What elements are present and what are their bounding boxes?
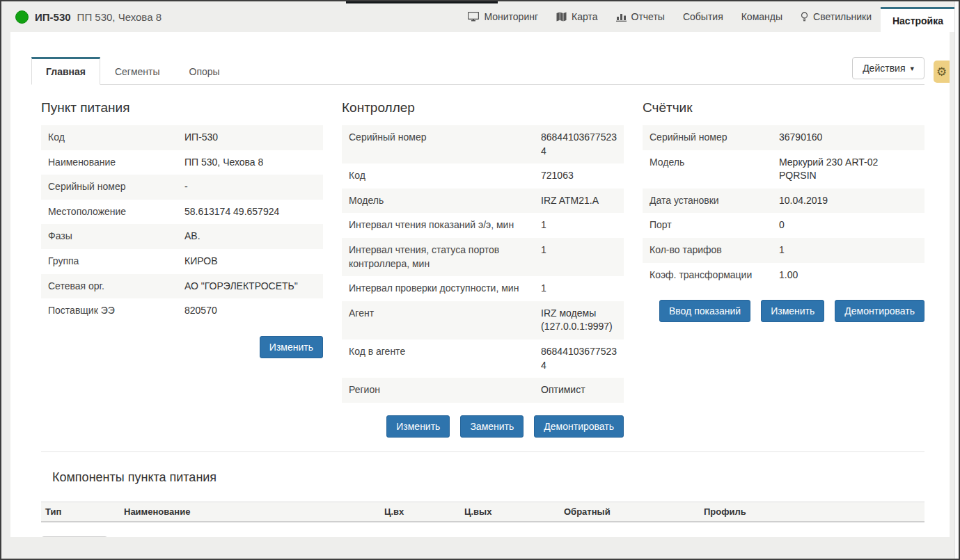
field-row: Серийный номер868441036775234 xyxy=(342,125,624,163)
field-row: НаименованиеПП 530, Чехова 8 xyxy=(41,150,323,175)
tab-main[interactable]: Главная xyxy=(31,57,100,85)
edit-meter-button[interactable]: Изменить xyxy=(761,300,824,322)
power-point-fields: КодИП-530 НаименованиеПП 530, Чехова 8 С… xyxy=(41,125,323,323)
nav-item-reports[interactable]: Отчеты xyxy=(607,1,674,32)
field-label: Модель xyxy=(349,194,541,208)
field-label: Коэф. трансформации xyxy=(650,269,779,282)
dismantle-controller-button[interactable]: Демонтировать xyxy=(534,415,624,438)
field-value: Оптимист xyxy=(541,383,617,397)
field-label: Поставщик ЭЭ xyxy=(48,304,184,318)
field-value: 721063 xyxy=(541,169,617,183)
column-header-c-in: Ц.вх xyxy=(380,502,460,522)
field-value: ПП 530, Чехова 8 xyxy=(184,156,316,170)
field-value: 868441036775234 xyxy=(541,345,617,372)
field-label: Интервал чтения, статуса портов контролл… xyxy=(349,243,541,271)
nav-item-commands[interactable]: Команды xyxy=(732,1,792,32)
section-divider xyxy=(41,451,924,452)
nav-item-label: Светильники xyxy=(813,11,872,22)
meter-section: Счётчик Серийный номер36790160 МодельМер… xyxy=(643,85,924,322)
content-panel: Главная Сегменты Опоры Действия ▾ ⚙ Пунк… xyxy=(10,32,950,537)
column-header-c-out: Ц.вых xyxy=(460,502,560,522)
column-header-profile: Профиль xyxy=(700,502,924,522)
main-nav: Мониторинг Карта Отчеты События Команды … xyxy=(459,1,955,32)
field-row: Интервал проверки доступности, мин1 xyxy=(342,276,624,301)
browser-tab-remnant xyxy=(346,1,498,3)
field-value: ИП-530 xyxy=(184,131,316,145)
nav-item-label: Отчеты xyxy=(631,11,665,22)
field-label: Местоположение xyxy=(48,205,184,219)
field-value: 1 xyxy=(779,243,918,257)
field-row: Интервал чтения, статуса портов контролл… xyxy=(342,238,624,276)
tab-segments[interactable]: Сегменты xyxy=(100,57,175,85)
field-label: Сетевая орг. xyxy=(48,280,184,294)
field-value: 58.613174 49.657924 xyxy=(184,205,316,219)
nav-item-events[interactable]: События xyxy=(674,1,732,32)
column-header-reverse: Обратный xyxy=(560,502,700,522)
field-label: Интервал чтения показаний э/э, мин xyxy=(349,218,541,232)
components-title: Компоненты пункта питания xyxy=(52,470,924,485)
actions-dropdown-button[interactable]: Действия ▾ xyxy=(852,57,924,79)
field-row: Сетевая орг.АО "ГОРЭЛЕКТРОСЕТЬ" xyxy=(41,274,323,299)
field-value: АО "ГОРЭЛЕКТРОСЕТЬ" xyxy=(184,280,316,294)
object-name: ПП 530, Чехова 8 xyxy=(77,11,162,23)
enter-readings-button[interactable]: Ввод показаний xyxy=(659,300,750,322)
field-value: 1 xyxy=(541,282,617,296)
field-row: АгентIRZ модемы (127.0.0.1:9997) xyxy=(342,301,624,339)
field-row: Местоположение58.613174 49.657924 xyxy=(41,200,323,225)
field-value: КИРОВ xyxy=(184,255,316,269)
field-label: Дата установки xyxy=(650,194,779,208)
components-section: Компоненты пункта питания Тип Наименован… xyxy=(10,470,950,537)
field-row: Коэф. трансформации1.00 xyxy=(643,263,924,288)
nav-item-settings[interactable]: Настройка xyxy=(881,7,955,32)
create-component-button[interactable]: Создать ▴ xyxy=(41,536,108,537)
field-label: Интервал проверки доступности, мин xyxy=(349,282,541,296)
chart-icon xyxy=(616,12,627,22)
meter-fields: Серийный номер36790160 МодельМеркурий 23… xyxy=(643,125,924,287)
dismantle-meter-button[interactable]: Демонтировать xyxy=(835,300,924,322)
field-label: Код в агенте xyxy=(349,345,541,372)
field-row: ГруппаКИРОВ xyxy=(41,249,323,274)
field-row: Код в агенте868441036775234 xyxy=(342,339,624,378)
field-row: Дата установки10.04.2019 xyxy=(643,189,924,214)
sub-tabs: Главная Сегменты Опоры Действия ▾ xyxy=(31,32,924,85)
components-table: Тип Наименование Ц.вх Ц.вых Обратный Про… xyxy=(41,502,924,522)
field-row: Кол-во тарифов1 xyxy=(643,238,924,263)
field-value: - xyxy=(184,180,316,194)
edit-controller-button[interactable]: Изменить xyxy=(386,415,450,438)
field-row: Интервал чтения показаний э/э, мин1 xyxy=(342,213,624,238)
field-row: РегионОптимист xyxy=(342,378,624,403)
field-value: 36790160 xyxy=(779,131,918,145)
field-label: Код xyxy=(48,131,184,145)
tab-supports[interactable]: Опоры xyxy=(175,57,235,85)
field-row: Код721063 xyxy=(342,163,624,189)
map-icon xyxy=(556,12,567,22)
section-title-meter: Счётчик xyxy=(643,100,924,115)
actions-label: Действия xyxy=(863,63,905,74)
field-label: Кол-во тарифов xyxy=(650,243,779,257)
field-label: Порт xyxy=(650,218,779,232)
field-value: 1.00 xyxy=(779,269,918,282)
nav-item-monitoring[interactable]: Мониторинг xyxy=(459,1,547,32)
field-row: Порт0 xyxy=(643,213,924,238)
nav-item-luminaires[interactable]: Светильники xyxy=(792,1,881,32)
tab-label: Опоры xyxy=(189,66,220,77)
scrollbar[interactable] xyxy=(954,1,959,559)
field-value: 1 xyxy=(541,218,617,232)
field-row: МодельIRZ ATM21.A xyxy=(342,189,624,214)
edit-power-point-button[interactable]: Изменить xyxy=(260,336,323,358)
field-label: Серийный номер xyxy=(349,131,541,158)
controller-section: Контроллер Серийный номер868441036775234… xyxy=(342,85,624,438)
settings-gear-button[interactable]: ⚙ xyxy=(934,61,950,83)
object-code: ИП-530 xyxy=(35,11,71,23)
field-value: IRZ ATM21.A xyxy=(541,194,617,208)
field-label: Регион xyxy=(349,383,541,397)
field-label: Наименование xyxy=(48,156,184,170)
field-label: Агент xyxy=(349,307,541,334)
replace-controller-button[interactable]: Заменить xyxy=(460,415,524,438)
column-header-name: Наименование xyxy=(120,502,380,522)
nav-item-map[interactable]: Карта xyxy=(547,1,606,32)
tab-label: Сегменты xyxy=(115,66,160,77)
field-value: Меркурий 230 ART-02 PQRSIN xyxy=(779,156,918,183)
field-label: Серийный номер xyxy=(48,180,184,194)
caret-down-icon: ▾ xyxy=(910,65,914,72)
